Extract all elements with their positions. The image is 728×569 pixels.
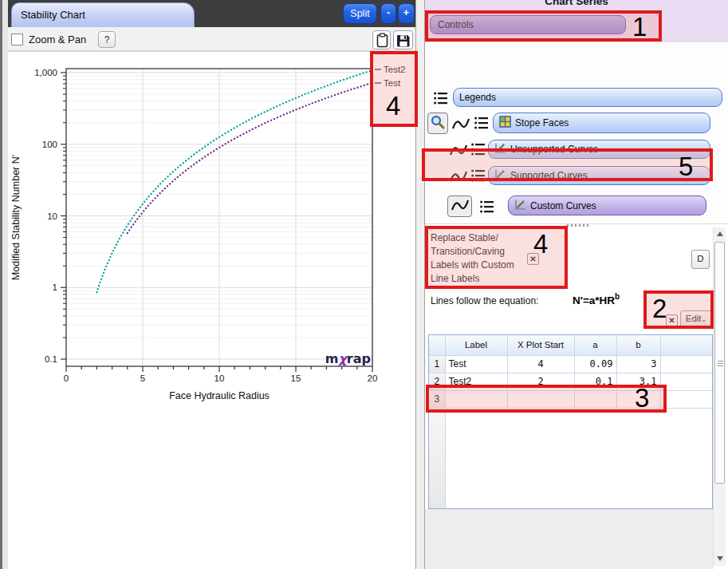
annotation-digit: 5	[679, 153, 693, 180]
row-number[interactable]: 1	[429, 355, 445, 373]
line-chart-icon	[451, 197, 470, 216]
line-chart-icon[interactable]	[451, 116, 470, 135]
stability-chart[interactable]: 051015200.11101001,000Test2TestmχrapFace…	[8, 51, 415, 569]
grid-icon	[499, 116, 511, 130]
vertical-scrollbar[interactable]	[713, 227, 726, 566]
magnifier-icon	[430, 114, 446, 133]
annotation-digit: 4	[533, 231, 548, 258]
series-list: Legends Stope Faces	[425, 42, 728, 223]
stability-chart-plot: 051015200.11101001,000Test2TestmχrapFace…	[8, 52, 415, 569]
series-label: Custom Curves	[530, 200, 596, 211]
svg-text:1,000: 1,000	[34, 68, 57, 77]
list-icon[interactable]	[479, 199, 494, 218]
split-button[interactable]: Split	[343, 3, 377, 24]
svg-text:20: 20	[368, 373, 378, 383]
cell-x-plot-start[interactable]: 4	[507, 355, 574, 373]
chart-panel: Stability Chart Split - + Zoom & Pan ? 0…	[8, 0, 415, 569]
clipboard-icon	[376, 37, 389, 50]
annotation-box-4: 4	[425, 226, 568, 289]
zoom-pan-checkbox[interactable]	[11, 34, 23, 45]
series-button-custom-curves[interactable]: Custom Curves	[508, 196, 706, 215]
table-row[interactable]: 1 Test 4 0.09 3	[429, 355, 713, 373]
remove-tab-button[interactable]: -	[380, 3, 396, 24]
zoom-pan-label: Zoom & Pan	[29, 34, 86, 45]
copy-to-clipboard-button[interactable]	[372, 30, 391, 49]
list-icon[interactable]	[474, 115, 489, 134]
d-button[interactable]: D	[691, 250, 710, 269]
cell-filler	[660, 373, 713, 390]
col-corner	[429, 335, 445, 355]
tab-bar: Stability Chart Split - +	[8, 0, 415, 27]
save-button[interactable]	[393, 30, 413, 49]
svg-text:1: 1	[53, 283, 57, 292]
panel-title: Chart Series	[425, 0, 728, 7]
equation-text: N'=a*HRb	[573, 292, 620, 306]
line-chart-toggle-button[interactable]	[447, 196, 472, 217]
help-button[interactable]: ?	[98, 31, 116, 48]
col-b: b	[616, 335, 660, 355]
list-icon[interactable]	[433, 90, 448, 109]
col-label: Label	[445, 335, 507, 355]
annotation-box-3: 3	[426, 385, 667, 413]
series-button-stope-faces[interactable]: Stope Faces	[493, 113, 710, 133]
equation-label: Lines follow the equation:	[431, 295, 538, 306]
svg-text:Modified Stability Number N': Modified Stability Number N'	[10, 155, 22, 280]
curves-icon	[514, 199, 526, 213]
svg-text:15: 15	[291, 373, 301, 383]
cell-filler	[660, 355, 713, 373]
annotation-digit: 1	[632, 14, 647, 41]
tab-stability-chart[interactable]: Stability Chart	[11, 2, 195, 27]
annotation-box-4: 4	[370, 51, 418, 127]
section-grip-handle[interactable]	[567, 224, 591, 227]
window-left-edge	[0, 0, 8, 569]
row-header-column	[429, 408, 445, 509]
cell-filler	[660, 390, 713, 408]
search-series-button[interactable]	[427, 113, 448, 134]
empty-cells	[445, 408, 713, 509]
table-empty-area	[429, 408, 713, 509]
scroll-down-button[interactable]	[714, 553, 726, 564]
series-button-legends[interactable]: Legends	[453, 88, 722, 107]
svg-text:10: 10	[214, 373, 225, 383]
svg-text:10: 10	[47, 211, 57, 221]
col-filler	[660, 335, 713, 355]
scroll-up-button[interactable]	[714, 228, 726, 239]
cell-b[interactable]: 3	[616, 355, 660, 373]
custom-lines-table[interactable]: Label X Plot Start a b 1 Test 4 0.09 3 2…	[428, 334, 713, 509]
series-label: Stope Faces	[515, 117, 569, 128]
panel-footer	[425, 509, 714, 569]
svg-text:5: 5	[140, 373, 145, 383]
svg-text:mχrap: mχrap	[325, 351, 371, 366]
add-tab-button[interactable]: +	[398, 3, 415, 24]
svg-text:100: 100	[42, 140, 57, 149]
arrow-up-icon	[717, 231, 723, 236]
annotation-box-5: 5	[422, 148, 713, 181]
annotation-digit: 3	[635, 385, 649, 412]
save-icon	[396, 37, 411, 50]
svg-text:0.1: 0.1	[45, 354, 57, 364]
scrollbar-thumb[interactable]	[714, 242, 725, 484]
annotation-digit: 4	[386, 93, 400, 120]
cell-a[interactable]: 0.09	[574, 355, 616, 373]
arrow-down-icon	[717, 556, 723, 561]
svg-text:0: 0	[64, 373, 69, 383]
table-header-row: Label X Plot Start a b	[429, 335, 713, 355]
svg-text:Face Hydraulic Radius: Face Hydraulic Radius	[169, 390, 270, 401]
annotation-box-2: 2	[643, 290, 714, 329]
col-a: a	[574, 335, 616, 355]
annotation-digit: 2	[652, 295, 667, 322]
series-label: Legends	[459, 92, 496, 103]
chart-toolbar: Zoom & Pan ?	[8, 27, 415, 51]
cell-label[interactable]: Test	[445, 355, 507, 373]
thumb-grip-icon	[718, 361, 723, 366]
col-x-plot-start: X Plot Start	[507, 335, 574, 355]
annotation-box-1: 1	[425, 10, 662, 41]
